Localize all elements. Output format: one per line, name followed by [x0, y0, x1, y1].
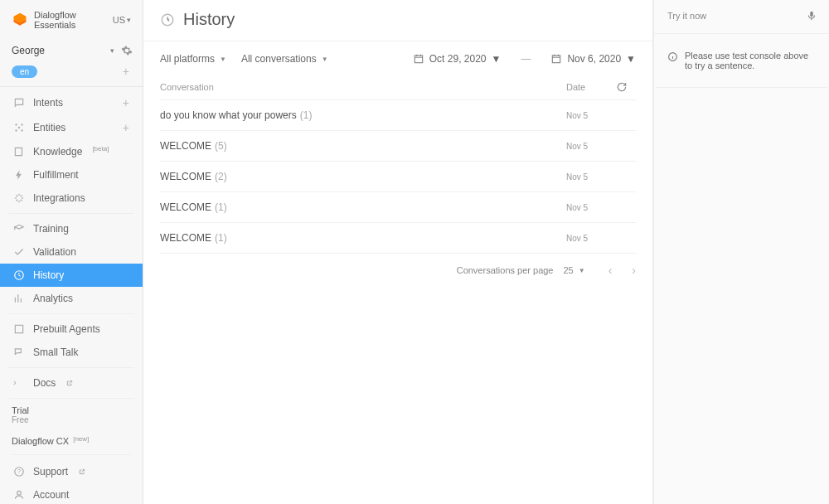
table-row[interactable]: do you know what your powers(1)Nov 5 — [160, 100, 636, 131]
calendar-icon — [413, 53, 424, 65]
svg-rect-12 — [553, 56, 560, 63]
svg-rect-11 — [414, 56, 422, 63]
pager-label: Conversations per page — [457, 265, 554, 275]
date-to-filter[interactable]: Nov 6, 2020 ▼ — [550, 53, 636, 65]
add-intent-icon[interactable]: + — [123, 96, 129, 109]
check-icon — [13, 246, 25, 258]
sidebar-item-smalltalk[interactable]: Small Talk — [8, 341, 134, 364]
sidebar-item-analytics[interactable]: Analytics — [8, 287, 134, 310]
date-to-label: Nov 6, 2020 — [567, 53, 621, 65]
sidebar-label: Validation — [33, 246, 76, 258]
row-date: Nov 5 — [566, 142, 616, 151]
table-header: Conversation Date — [160, 73, 636, 100]
main-content: History All platforms ▼ All conversation… — [143, 0, 653, 504]
sidebar-item-account[interactable]: Account — [8, 483, 134, 504]
brand-text: Dialogflow Essentials — [34, 10, 76, 30]
chat-icon — [13, 97, 25, 109]
locale-selector[interactable]: US ▾ — [113, 15, 131, 25]
next-page-button[interactable]: › — [632, 264, 636, 277]
conversations-filter[interactable]: All conversations ▼ — [241, 53, 328, 65]
sidebar-item-prebuilt[interactable]: Prebuilt Agents — [8, 317, 134, 341]
svg-point-9 — [17, 492, 22, 496]
table-row[interactable]: WELCOME(1)Nov 5 — [160, 223, 636, 254]
try-it-panel: Try it now Please use test console above… — [653, 0, 829, 504]
sidebar-item-training[interactable]: Training — [8, 217, 134, 240]
brand-line2: Essentials — [34, 20, 76, 30]
caret-down-icon: ▼ — [626, 53, 636, 65]
conversation-text: WELCOME — [160, 232, 211, 244]
sidebar-label: Support — [33, 466, 68, 477]
history-icon — [160, 12, 175, 27]
smalltalk-icon — [13, 346, 25, 358]
gear-icon[interactable] — [121, 45, 133, 56]
sidebar-label: Entities — [33, 122, 65, 133]
sidebar-label: Docs — [33, 377, 56, 389]
sidebar-item-fulfillment[interactable]: Fulfillment — [8, 163, 134, 187]
mic-button[interactable] — [806, 10, 817, 22]
caret-down-icon: ▼ — [492, 53, 502, 65]
brand-line1: Dialogflow — [34, 10, 76, 20]
add-entity-icon[interactable]: + — [123, 121, 129, 134]
sidebar-item-intents[interactable]: Intents + — [8, 90, 134, 115]
svg-text:?: ? — [17, 469, 21, 475]
conversation-count: (1) — [215, 201, 227, 213]
sidebar-item-integrations[interactable]: Integrations — [8, 187, 134, 210]
calendar-icon — [550, 53, 562, 65]
try-it-hint: Please use test console above to try a s… — [656, 34, 827, 88]
caret-down-icon: ▼ — [322, 56, 328, 63]
integrations-icon — [13, 192, 25, 204]
row-date: Nov 5 — [566, 234, 616, 243]
conversation-count: (5) — [215, 140, 227, 152]
mic-icon — [806, 10, 817, 22]
training-icon — [13, 223, 25, 235]
book-icon — [13, 146, 25, 158]
trial-sublabel: Free — [12, 415, 131, 424]
language-pill[interactable]: en — [12, 65, 37, 78]
try-it-input[interactable]: Try it now — [667, 11, 706, 21]
sidebar-label: Analytics — [33, 293, 73, 304]
filter-label: All platforms — [160, 53, 215, 65]
conversation-count: (1) — [300, 109, 313, 121]
refresh-icon[interactable] — [616, 81, 628, 93]
agent-caret-icon[interactable]: ▾ — [110, 46, 114, 55]
dialogflow-cx-link[interactable]: Dialogflow CX [new] — [12, 436, 131, 455]
conversation-text: WELCOME — [160, 171, 211, 182]
sidebar-item-entities[interactable]: Entities + — [8, 115, 134, 140]
sidebar-item-validation[interactable]: Validation — [8, 240, 134, 264]
page-title: History — [183, 10, 235, 29]
sidebar-label: Training — [33, 223, 69, 235]
agent-name[interactable]: George — [12, 45, 45, 56]
svg-point-4 — [18, 127, 20, 128]
sidebar-item-support[interactable]: ? Support — [8, 460, 134, 483]
brand-row: Dialogflow Essentials US ▾ — [0, 0, 143, 38]
sidebar-item-history[interactable]: History — [0, 264, 143, 287]
sidebar-item-knowledge[interactable]: Knowledge [beta] — [8, 140, 134, 163]
sidebar-label: Small Talk — [33, 346, 78, 358]
table-row[interactable]: WELCOME(1)Nov 5 — [160, 192, 636, 223]
chevron-right-icon: › — [13, 377, 25, 389]
info-icon — [667, 51, 678, 62]
col-date: Date — [566, 82, 616, 92]
table-row[interactable]: WELCOME(5)Nov 5 — [160, 131, 636, 162]
conversation-text: WELCOME — [160, 140, 211, 152]
date-from-filter[interactable]: Oct 29, 2020 ▼ — [413, 53, 502, 65]
conversation-count: (2) — [215, 171, 227, 182]
pagination: Conversations per page 25 ▼ ‹ › — [143, 254, 652, 287]
sidebar-item-docs[interactable]: › Docs — [8, 371, 134, 395]
row-date: Nov 5 — [566, 203, 616, 212]
svg-point-1 — [21, 124, 22, 126]
filter-label: All conversations — [241, 53, 317, 65]
sidebar-label: Fulfillment — [33, 169, 79, 181]
hint-text: Please use test console above to try a s… — [685, 51, 816, 70]
prev-page-button[interactable]: ‹ — [608, 264, 613, 277]
external-link-icon — [79, 468, 85, 475]
add-language-button[interactable]: + — [123, 65, 129, 78]
sidebar-label: Integrations — [33, 192, 85, 204]
prebuilt-icon — [13, 323, 25, 335]
page-size-select[interactable]: 25 ▼ — [563, 265, 584, 275]
caret-down-icon: ▼ — [579, 267, 585, 274]
conversation-text: do you know what your powers — [160, 109, 297, 121]
table-row[interactable]: WELCOME(2)Nov 5 — [160, 162, 636, 192]
platforms-filter[interactable]: All platforms ▼ — [160, 53, 226, 65]
conversation-count: (1) — [215, 232, 227, 244]
